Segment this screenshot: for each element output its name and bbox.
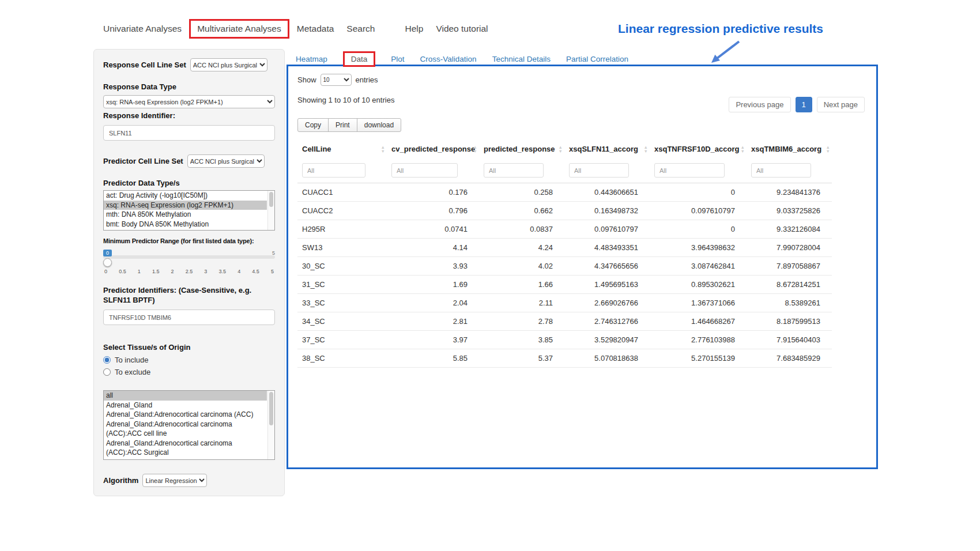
table-filter-row — [297, 158, 832, 183]
download-button[interactable]: download — [357, 118, 401, 132]
column-filter-input-cellline[interactable] — [302, 163, 365, 178]
cell-xsqslfn11: 4.347665656 — [564, 257, 650, 276]
table-row[interactable]: 33_SC 2.04 2.11 2.669026766 1.367371066 … — [297, 294, 832, 312]
tissue-option[interactable]: Adrenal_Gland:Adrenocortical carcinoma (… — [104, 410, 267, 420]
column-header-xsqtnfrsf10d[interactable]: xsqTNFRSF10D_accorg ▲▼ — [650, 140, 747, 158]
response-data-type-select[interactable]: xsq: RNA-seq Expression (log2 FPKM+1) — [103, 95, 275, 108]
predictor-identifiers-input[interactable] — [103, 310, 275, 325]
tissue-option[interactable]: Adrenal_Gland:Adrenocortical carcinoma (… — [104, 420, 267, 439]
algorithm-select[interactable]: Linear Regression — [142, 474, 207, 487]
column-header-cellline[interactable]: CellLine ▲▼ — [297, 140, 387, 158]
sort-icon[interactable]: ▲▼ — [381, 145, 385, 153]
page-number-button[interactable]: 1 — [796, 97, 812, 112]
nav-help[interactable]: Help — [398, 20, 429, 38]
column-header-predicted-response[interactable]: predicted_response ▲▼ — [479, 140, 564, 158]
slider-max-label: 5 — [272, 250, 275, 256]
tab-cross-validation[interactable]: Cross-Validation — [420, 55, 477, 63]
print-button[interactable]: Print — [328, 118, 357, 132]
table-row[interactable]: CUACC2 0.796 0.662 0.163498732 0.0976107… — [297, 202, 832, 220]
cell-cv-predicted-response: 1.69 — [387, 276, 479, 294]
predictor-cell-line-set-label: Predictor Cell Line Set — [103, 156, 183, 166]
slider-handle[interactable] — [103, 258, 112, 267]
cell-predicted-response: 0.662 — [479, 202, 564, 220]
cell-cv-predicted-response: 5.85 — [387, 349, 479, 368]
copy-button[interactable]: Copy — [297, 118, 329, 132]
column-filter-input-xsqslfn11[interactable] — [569, 163, 629, 178]
cell-cv-predicted-response: 3.97 — [387, 331, 479, 349]
response-identifier-input[interactable] — [103, 125, 275, 141]
slider-tick-label: 3.5 — [218, 269, 226, 274]
annotation-arrow-icon — [708, 38, 744, 67]
nav-metadata[interactable]: Metadata — [291, 20, 341, 38]
predictor-data-type-option-selected[interactable]: xsq: RNA-seq Expression (log2 FPKM+1) — [104, 201, 267, 210]
predictor-data-type-option[interactable]: bmt: Body DNA 850K Methylation — [104, 220, 267, 229]
tab-partial-correlation[interactable]: Partial Correlation — [566, 55, 628, 63]
scrollbar[interactable] — [267, 391, 274, 459]
tab-heatmap[interactable]: Heatmap — [296, 55, 327, 63]
show-entries-prefix: Show — [297, 76, 316, 84]
column-filter-input-cv-predicted-response[interactable] — [391, 163, 458, 178]
tab-technical-details[interactable]: Technical Details — [492, 55, 551, 63]
sort-icon[interactable]: ▲▼ — [826, 145, 830, 153]
tissue-option[interactable]: Adrenal_Gland — [104, 401, 267, 410]
sort-icon[interactable]: ▲▼ — [559, 145, 563, 153]
cell-xsqtnfrsf10d: 1.464668267 — [650, 312, 747, 331]
cell-predicted-response: 4.02 — [479, 257, 564, 276]
slider-value-badge: 0 — [103, 250, 112, 256]
cell-cellline: SW13 — [297, 239, 387, 257]
scrollbar-thumb[interactable] — [269, 192, 273, 207]
to-include-option[interactable]: To include — [103, 356, 275, 364]
column-header-xsqtmbim6[interactable]: xsqTMBIM6_accorg ▲▼ — [747, 140, 832, 158]
cell-xsqslfn11: 0.163498732 — [564, 202, 650, 220]
to-exclude-option[interactable]: To exclude — [103, 368, 275, 376]
column-filter-input-xsqtnfrsf10d[interactable] — [654, 163, 725, 178]
scrollbar[interactable] — [267, 191, 274, 230]
tissue-option-all-selected[interactable]: all — [104, 391, 267, 401]
column-header-label: xsqTNFRSF10D_accorg — [654, 145, 739, 153]
column-header-xsqslfn11[interactable]: xsqSLFN11_accorg ▲▼ — [564, 140, 650, 158]
scrollbar-thumb[interactable] — [269, 392, 273, 425]
table-row[interactable]: CUACC1 0.176 0.258 0.443606651 0 9.23484… — [297, 183, 832, 202]
response-data-type-label: Response Data Type — [103, 82, 275, 92]
slider-track[interactable] — [103, 255, 275, 259]
sort-icon[interactable]: ▲▼ — [473, 145, 477, 153]
column-filter-input-predicted-response[interactable] — [484, 163, 544, 178]
next-page-button[interactable]: Next page — [817, 97, 865, 112]
previous-page-button[interactable]: Previous page — [729, 97, 790, 112]
predictor-cell-line-set-select[interactable]: ACC NCI plus Surgical — [187, 154, 265, 168]
predictor-cell-line-set-row: Predictor Cell Line Set ACC NCI plus Sur… — [103, 154, 275, 168]
filter-cell — [564, 158, 650, 183]
table-row[interactable]: 38_SC 5.85 5.37 5.070818638 5.270155139 … — [297, 349, 832, 368]
min-predictor-range-slider: 0 5 0 0.5 1 1.5 2 2.5 3 3.5 4 4 — [103, 250, 275, 277]
sort-icon[interactable]: ▲▼ — [644, 145, 648, 153]
response-cell-line-set-select[interactable]: ACC NCI plus Surgical — [190, 58, 267, 71]
tab-plot[interactable]: Plot — [391, 55, 404, 63]
table-row[interactable]: 31_SC 1.69 1.66 1.495695163 0.895302621 … — [297, 276, 832, 294]
table-row[interactable]: SW13 4.14 4.24 4.483493351 3.964398632 7… — [297, 239, 832, 257]
to-include-radio[interactable] — [103, 356, 111, 364]
min-predictor-range-label: Minimum Predictor Range (for first liste… — [103, 236, 275, 246]
filter-cell — [747, 158, 832, 183]
nav-univariate-analyses[interactable]: Univariate Analyses — [97, 20, 188, 38]
predictor-data-type-option[interactable]: act: Drug Activity (-log10[IC50M]) — [104, 191, 267, 201]
table-row[interactable]: 37_SC 3.97 3.85 3.529820947 2.776103988 … — [297, 331, 832, 349]
table-row[interactable]: 34_SC 2.81 2.78 2.746312766 1.464668267 … — [297, 312, 832, 331]
slider-tick-label: 5 — [271, 269, 274, 274]
predictor-data-type-option[interactable]: mth: DNA 850K Methylation — [104, 210, 267, 220]
nav-search[interactable]: Search — [340, 20, 381, 38]
entries-count-select[interactable]: 10 — [321, 74, 352, 86]
nav-multivariate-analyses[interactable]: Multivariate Analyses — [189, 19, 289, 39]
to-exclude-label: To exclude — [115, 368, 150, 376]
sort-icon[interactable]: ▲▼ — [741, 145, 745, 153]
to-exclude-radio[interactable] — [103, 368, 111, 376]
show-entries-row: Show 10 entries — [297, 74, 867, 86]
column-header-cv-predicted-response[interactable]: cv_predicted_response ▲▼ — [387, 140, 479, 158]
nav-video-tutorial[interactable]: Video tutorial — [429, 20, 494, 38]
tab-data[interactable]: Data — [343, 51, 376, 67]
table-row[interactable]: 30_SC 3.93 4.02 4.347665656 3.087462841 … — [297, 257, 832, 276]
table-row[interactable]: H295R 0.0741 0.0837 0.097610797 0 9.3321… — [297, 220, 832, 239]
cell-cv-predicted-response: 3.93 — [387, 257, 479, 276]
tissue-option[interactable]: Adrenal_Gland:Adrenocortical carcinoma (… — [104, 439, 267, 458]
column-filter-input-xsqtmbim6[interactable] — [751, 163, 811, 178]
column-header-label: cv_predicted_response — [391, 145, 475, 153]
